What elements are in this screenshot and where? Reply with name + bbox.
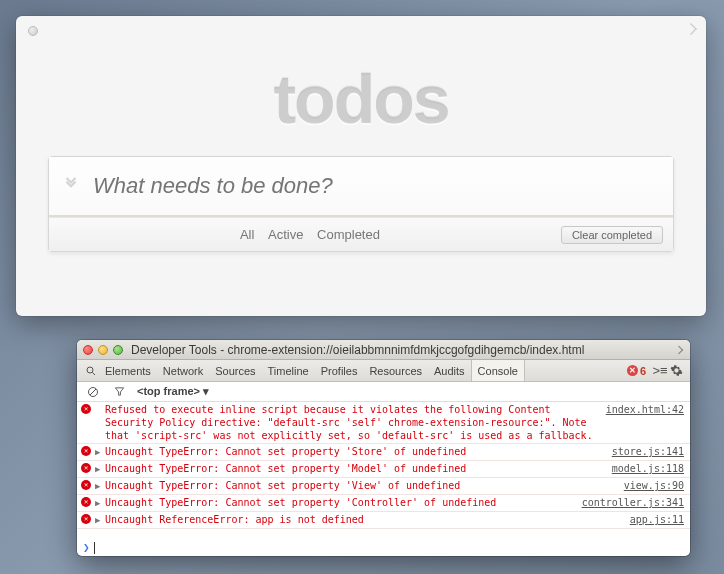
tab-profiles[interactable]: Profiles bbox=[315, 360, 364, 381]
search-icon[interactable] bbox=[83, 363, 99, 379]
error-source-link[interactable]: index.html:42 bbox=[606, 403, 684, 442]
expand-icon[interactable] bbox=[674, 345, 684, 355]
minimize-icon[interactable] bbox=[98, 345, 108, 355]
console-error-row: ✕▶Uncaught ReferenceError: app is not de… bbox=[77, 512, 690, 529]
error-message: Uncaught ReferenceError: app is not defi… bbox=[105, 513, 630, 527]
console-error-row: ✕▶Uncaught TypeError: Cannot set propert… bbox=[77, 444, 690, 461]
tab-resources[interactable]: Resources bbox=[363, 360, 428, 381]
error-source-link[interactable]: store.js:141 bbox=[612, 445, 684, 459]
tab-audits[interactable]: Audits bbox=[428, 360, 471, 381]
error-count: 6 bbox=[640, 365, 646, 377]
error-source-link[interactable]: view.js:90 bbox=[624, 479, 684, 493]
error-count-badge[interactable]: ✕ 6 bbox=[627, 365, 646, 377]
disclosure-triangle-icon[interactable]: ▶ bbox=[95, 445, 105, 459]
clear-completed-button[interactable]: Clear completed bbox=[561, 226, 663, 244]
disclosure-triangle-icon[interactable]: ▶ bbox=[95, 462, 105, 476]
console-error-row: ✕▶Uncaught TypeError: Cannot set propert… bbox=[77, 495, 690, 512]
zoom-icon[interactable] bbox=[113, 345, 123, 355]
error-icon: ✕ bbox=[81, 403, 95, 442]
devtools-title: Developer Tools - chrome-extension://oie… bbox=[131, 343, 670, 357]
error-icon: ✕ bbox=[81, 462, 95, 476]
error-message: Uncaught TypeError: Cannot set property … bbox=[105, 445, 612, 459]
error-message: Uncaught TypeError: Cannot set property … bbox=[105, 462, 612, 476]
svg-line-1 bbox=[92, 372, 95, 375]
devtools-tabbar: Elements Network Sources Timeline Profil… bbox=[77, 360, 690, 382]
error-source-link[interactable]: model.js:118 bbox=[612, 462, 684, 476]
prompt-icon: ❯ bbox=[83, 541, 90, 554]
console-toolbar: <top frame> ▾ bbox=[77, 382, 690, 402]
todo-footer: All Active Completed Clear completed bbox=[49, 217, 673, 251]
error-message: Uncaught TypeError: Cannot set property … bbox=[105, 496, 582, 510]
svg-marker-4 bbox=[115, 388, 123, 395]
tab-console[interactable]: Console bbox=[471, 360, 525, 381]
tab-sources[interactable]: Sources bbox=[209, 360, 261, 381]
disclosure-triangle-icon[interactable]: ▶ bbox=[95, 496, 105, 510]
app-body: todos All Active Completed Clear complet… bbox=[16, 16, 706, 316]
error-source-link[interactable]: app.js:11 bbox=[630, 513, 684, 527]
app-window: todos All Active Completed Clear complet… bbox=[16, 16, 706, 316]
new-todo-input[interactable] bbox=[93, 173, 673, 199]
filter-active[interactable]: Active bbox=[268, 227, 303, 242]
svg-line-3 bbox=[90, 389, 96, 395]
tab-timeline[interactable]: Timeline bbox=[262, 360, 315, 381]
console-output: ✕Refused to execute inline script becaus… bbox=[77, 402, 690, 539]
tab-network[interactable]: Network bbox=[157, 360, 209, 381]
error-dot-icon: ✕ bbox=[627, 365, 638, 376]
gear-icon[interactable] bbox=[668, 363, 684, 379]
todo-input-row bbox=[49, 157, 673, 217]
disclosure-triangle-icon[interactable]: ▶ bbox=[95, 479, 105, 493]
error-message: Uncaught TypeError: Cannot set property … bbox=[105, 479, 624, 493]
devtools-titlebar[interactable]: Developer Tools - chrome-extension://oie… bbox=[77, 340, 690, 360]
console-prompt[interactable]: ❯ bbox=[77, 539, 690, 556]
console-error-row: ✕Refused to execute inline script becaus… bbox=[77, 402, 690, 444]
frame-selector[interactable]: <top frame> ▾ bbox=[137, 385, 209, 398]
window-control-dot[interactable] bbox=[28, 26, 38, 36]
app-title: todos bbox=[48, 60, 674, 138]
filter-completed[interactable]: Completed bbox=[317, 227, 380, 242]
filter-icon[interactable] bbox=[111, 384, 127, 400]
cursor-icon bbox=[94, 542, 95, 554]
error-source-link[interactable]: controller.js:341 bbox=[582, 496, 684, 510]
close-icon[interactable] bbox=[83, 345, 93, 355]
console-error-row: ✕▶Uncaught TypeError: Cannot set propert… bbox=[77, 478, 690, 495]
todo-panel: All Active Completed Clear completed bbox=[48, 156, 674, 252]
tab-elements[interactable]: Elements bbox=[99, 360, 157, 381]
error-icon: ✕ bbox=[81, 479, 95, 493]
disclosure-triangle-icon[interactable]: ▶ bbox=[95, 513, 105, 527]
clear-console-icon[interactable] bbox=[85, 384, 101, 400]
error-icon: ✕ bbox=[81, 496, 95, 510]
error-icon: ✕ bbox=[81, 445, 95, 459]
disclosure-triangle-icon bbox=[95, 403, 105, 442]
filter-group: All Active Completed bbox=[59, 227, 561, 242]
traffic-lights bbox=[83, 345, 123, 355]
filter-all[interactable]: All bbox=[240, 227, 254, 242]
svg-point-0 bbox=[87, 367, 93, 373]
drawer-toggle-icon[interactable]: >≡ bbox=[652, 363, 668, 379]
chevron-down-icon[interactable] bbox=[49, 175, 93, 198]
error-icon: ✕ bbox=[81, 513, 95, 527]
console-error-row: ✕▶Uncaught TypeError: Cannot set propert… bbox=[77, 461, 690, 478]
devtools-window: Developer Tools - chrome-extension://oie… bbox=[77, 340, 690, 556]
error-message: Refused to execute inline script because… bbox=[105, 403, 606, 442]
